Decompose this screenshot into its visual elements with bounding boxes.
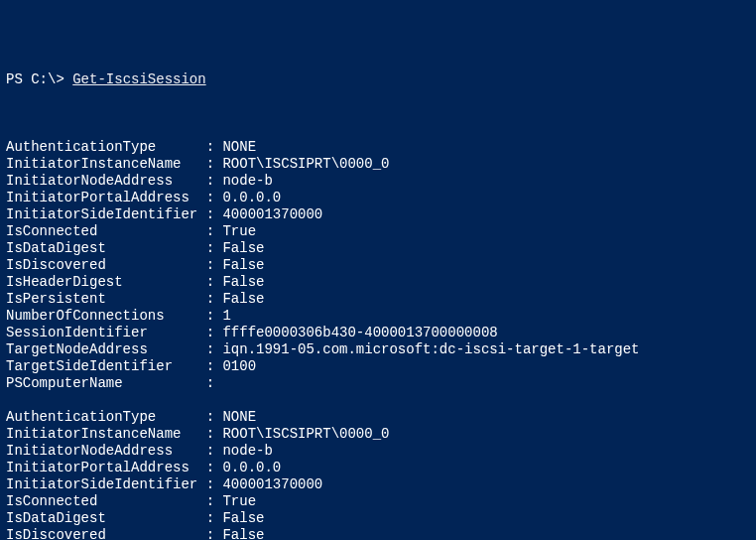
output-block: AuthenticationType : NONE InitiatorInsta… — [6, 105, 750, 540]
command-text: Get-IscsiSession — [72, 71, 205, 87]
prompt-prefix: PS C:\> — [6, 71, 72, 87]
prompt-line[interactable]: PS C:\> Get-IscsiSession — [6, 71, 750, 88]
